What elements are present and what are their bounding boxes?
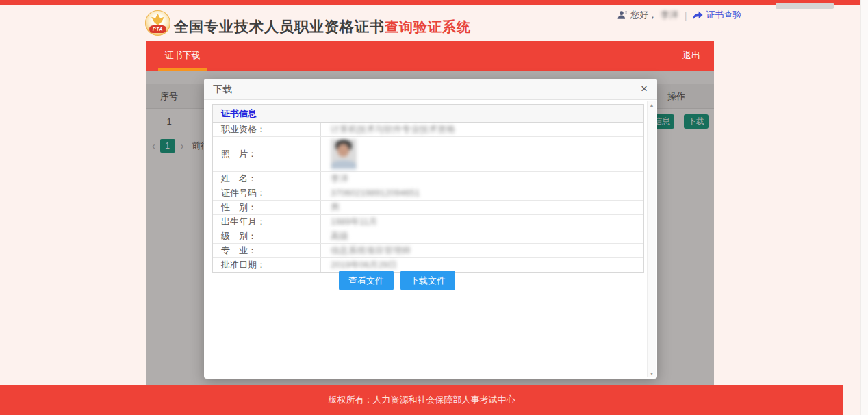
page-title-main: 全国专业技术人员职业资格证书 <box>174 17 385 36</box>
field-row-qualification: 职业资格： 计算机技术与软件专业技术资格 <box>213 123 643 137</box>
modal-header: 下载 × <box>204 79 657 100</box>
field-row-gender: 性 别： 男 <box>213 201 643 215</box>
field-label: 证件号码： <box>213 186 321 200</box>
page-title: 全国专业技术人员职业资格证书查询验证系统 <box>174 17 471 36</box>
field-value: 计算机技术与软件专业技术资格 <box>321 123 643 136</box>
field-row-id-number: 证件号码： 370602198912094651 <box>213 186 643 201</box>
scroll-up-icon[interactable]: ▲ <box>648 103 656 108</box>
blurred-artifact <box>776 3 834 9</box>
photo-face <box>337 144 349 157</box>
certificate-info-table: 证书信息 职业资格： 计算机技术与软件专业技术资格 照 片： 姓 名： 李洋 <box>212 104 644 273</box>
field-label: 姓 名： <box>213 172 321 186</box>
modal-actions: 查看文件 下载文件 <box>339 271 455 290</box>
field-label: 性 别： <box>213 201 321 214</box>
close-icon[interactable]: × <box>641 79 648 99</box>
user-name: 李洋 <box>661 9 678 21</box>
greeting-text: 您好， <box>630 9 657 21</box>
field-row-level: 级 别： 高级 <box>213 229 643 244</box>
field-value: 1989年11月 <box>321 215 643 229</box>
field-label: 专 业： <box>213 244 321 257</box>
cert-verify-link[interactable]: 证书查验 <box>693 9 741 21</box>
field-value: 李洋 <box>321 172 643 186</box>
field-row-approval-date: 批准日期： 2019年06月29日 <box>213 258 643 272</box>
scroll-down-icon[interactable]: ▼ <box>648 371 656 376</box>
browser-scrollbar-track[interactable] <box>860 0 868 415</box>
site-logo: PTA <box>145 10 170 36</box>
field-value: 高级 <box>321 229 643 243</box>
share-arrow-icon <box>693 11 703 20</box>
field-row-birth: 出生年月： 1989年11月 <box>213 215 643 229</box>
view-file-button[interactable]: 查看文件 <box>339 271 394 290</box>
logo-pta-label: PTA <box>149 25 166 33</box>
field-value <box>321 137 643 171</box>
field-value: 370602198912094651 <box>321 186 643 200</box>
field-label: 照 片： <box>213 137 321 171</box>
tab-cert-download[interactable]: 证书下载 <box>158 41 207 71</box>
user-area: 您好， 李洋 | 证书查验 <box>617 9 741 21</box>
cert-verify-label: 证书查验 <box>706 9 741 21</box>
footer: 版权所有：人力资源和社会保障部人事考试中心 <box>0 385 843 415</box>
download-file-button[interactable]: 下载文件 <box>400 271 455 290</box>
section-title: 证书信息 <box>213 105 643 123</box>
page: PTA 全国专业技术人员职业资格证书查询验证系统 您好， 李洋 | 证书查验 证… <box>0 0 868 415</box>
field-value: 男 <box>321 201 643 214</box>
field-label: 级 别： <box>213 229 321 243</box>
modal-scrollbar[interactable]: ▲ ▼ <box>647 101 656 377</box>
copyright-text: 版权所有：人力资源和社会保障部人事考试中心 <box>0 385 843 415</box>
photo-shirt <box>331 160 356 169</box>
portrait-photo <box>331 139 357 169</box>
logout-button[interactable]: 退出 <box>682 41 700 71</box>
user-icon <box>617 10 627 20</box>
field-row-name: 姓 名： 李洋 <box>213 172 643 186</box>
download-modal: 下载 × 证书信息 职业资格： 计算机技术与软件专业技术资格 照 片： <box>204 79 657 379</box>
field-row-photo: 照 片： <box>213 137 643 172</box>
main-navbar: 证书下载 退出 <box>146 41 714 71</box>
field-label: 职业资格： <box>213 123 321 136</box>
top-accent-bar <box>0 0 868 5</box>
separator: | <box>685 10 687 21</box>
page-title-accent: 查询验证系统 <box>385 18 471 36</box>
logo-flame-icon <box>151 14 164 25</box>
field-value: 信息系统项目管理师 <box>321 244 643 257</box>
field-label: 批准日期： <box>213 258 321 272</box>
field-value: 2019年06月29日 <box>321 258 643 272</box>
field-label: 出生年月： <box>213 215 321 229</box>
field-row-major: 专 业： 信息系统项目管理师 <box>213 244 643 258</box>
modal-title: 下载 <box>213 79 232 99</box>
